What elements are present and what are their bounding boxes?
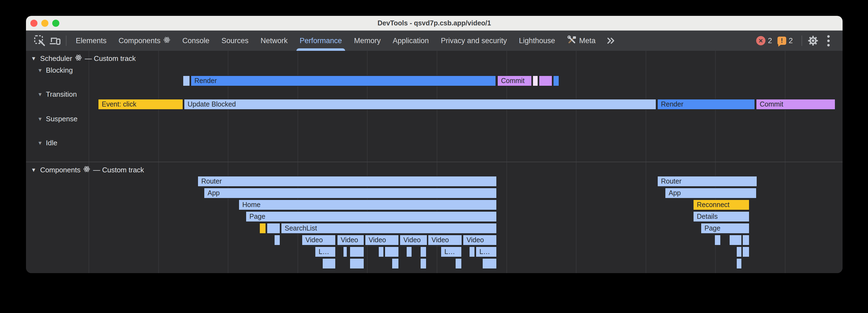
tab-components[interactable]: Components <box>113 31 176 51</box>
flame-bar-video[interactable]: Video <box>428 235 462 246</box>
collapse-triangle-icon[interactable]: ▼ <box>31 56 36 62</box>
warning-badge[interactable]: ! 2 <box>777 37 793 45</box>
flame-bar-video[interactable]: Video <box>302 235 336 246</box>
flame-bar[interactable] <box>384 246 399 257</box>
flame-bar-render[interactable]: Render <box>191 75 496 86</box>
flame-bar-l-[interactable]: L… <box>440 246 462 257</box>
flame-bar[interactable] <box>274 235 280 246</box>
flame-bar[interactable] <box>539 75 552 86</box>
flame-bar-event-click[interactable]: Event: click <box>98 99 183 110</box>
devtools-toolbar: Elements Components Console Sources Netw… <box>26 31 843 51</box>
error-badge[interactable]: × 2 <box>756 36 772 45</box>
flame-bar[interactable] <box>714 235 721 246</box>
flame-bar[interactable] <box>455 258 462 269</box>
track-header-scheduler[interactable]: ▼ Scheduler — Custom track <box>31 54 136 63</box>
flame-bar-router[interactable]: Router <box>197 176 497 187</box>
collapse-triangle-icon[interactable]: ▼ <box>37 140 43 146</box>
more-tabs-icon[interactable] <box>603 33 619 48</box>
flame-bar-app[interactable]: App <box>665 188 757 199</box>
flame-bar[interactable] <box>469 246 475 257</box>
tab-privacy-and-security[interactable]: Privacy and security <box>435 31 513 51</box>
tools-icon <box>567 35 577 46</box>
flame-bar[interactable] <box>349 246 364 257</box>
flame-bar-render[interactable]: Render <box>657 99 755 110</box>
collapse-triangle-icon[interactable]: ▼ <box>37 92 43 98</box>
warning-icon: ! <box>777 37 786 45</box>
flame-bar[interactable] <box>392 258 399 269</box>
flame-bar-video[interactable]: Video <box>365 235 399 246</box>
flame-bar[interactable] <box>420 246 427 257</box>
collapse-triangle-icon[interactable]: ▼ <box>31 167 36 173</box>
tab-console[interactable]: Console <box>176 31 216 51</box>
close-button[interactable] <box>30 20 37 27</box>
flame-bar[interactable] <box>322 258 336 269</box>
tab-memory[interactable]: Memory <box>348 31 387 51</box>
inspect-element-icon[interactable] <box>32 33 47 48</box>
flame-bar[interactable] <box>183 75 190 86</box>
group-suspense[interactable]: ▼ Suspense <box>37 115 78 123</box>
device-toolbar-icon[interactable] <box>47 33 63 48</box>
flame-bar-video[interactable]: Video <box>337 235 364 246</box>
flame-bar-page[interactable]: Page <box>701 223 750 234</box>
flame-bar[interactable] <box>736 258 742 269</box>
tab-sources[interactable]: Sources <box>216 31 255 51</box>
traffic-lights <box>30 20 59 27</box>
performance-flamechart[interactable]: ▼ Scheduler — Custom track ▼ Blocking ▼ … <box>26 51 843 273</box>
flame-bar[interactable] <box>420 258 427 269</box>
flame-bar[interactable] <box>343 246 347 257</box>
flame-bar-update-blocked[interactable]: Update Blocked <box>184 99 656 110</box>
flame-bar-router[interactable]: Router <box>657 176 757 187</box>
flame-bar[interactable] <box>267 223 280 234</box>
collapse-triangle-icon[interactable]: ▼ <box>37 67 43 73</box>
kebab-menu-icon[interactable] <box>821 33 836 48</box>
flame-bar-l-[interactable]: L… <box>475 246 497 257</box>
flame-bar[interactable] <box>532 75 538 86</box>
error-count: 2 <box>768 37 772 45</box>
flame-bar-commit[interactable]: Commit <box>756 99 835 110</box>
tab-network[interactable]: Network <box>255 31 294 51</box>
error-icon: × <box>756 36 766 45</box>
flame-bar[interactable] <box>553 75 559 86</box>
flame-bar[interactable] <box>736 246 742 257</box>
group-blocking[interactable]: ▼ Blocking <box>37 66 73 75</box>
flame-bar-searchlist[interactable]: SearchList <box>281 223 497 234</box>
group-transition[interactable]: ▼ Transition <box>37 90 77 99</box>
flame-bar-video[interactable]: Video <box>400 235 428 246</box>
react-atom-icon <box>75 54 82 63</box>
tab-elements[interactable]: Elements <box>70 31 113 51</box>
tab-performance[interactable]: Performance <box>294 31 348 51</box>
flame-bar[interactable] <box>729 235 742 246</box>
tab-application[interactable]: Application <box>387 31 435 51</box>
flame-bar-reconnect[interactable]: Reconnect <box>693 199 750 210</box>
flame-bar-details[interactable]: Details <box>693 211 750 222</box>
flame-bar[interactable] <box>259 223 266 234</box>
flame-bar[interactable] <box>742 246 750 257</box>
minimize-button[interactable] <box>41 20 49 27</box>
window-title: DevTools - qsvd7p.csb.app/video/1 <box>26 16 843 30</box>
devtools-window: DevTools - qsvd7p.csb.app/video/1 <box>26 16 843 273</box>
flame-bar-commit[interactable]: Commit <box>497 75 532 86</box>
group-idle[interactable]: ▼ Idle <box>37 139 57 147</box>
zoom-button[interactable] <box>52 20 59 27</box>
flame-bar-l-[interactable]: L… <box>315 246 336 257</box>
toolbar-divider <box>66 35 66 46</box>
flame-bar[interactable] <box>482 258 497 269</box>
desktop-background: DevTools - qsvd7p.csb.app/video/1 <box>0 0 868 313</box>
tab-meta[interactable]: Meta <box>561 31 602 51</box>
flame-bar[interactable] <box>378 246 384 257</box>
flame-bar-app[interactable]: App <box>204 188 497 199</box>
toolbar-divider <box>802 35 802 46</box>
flame-bar[interactable] <box>742 235 750 246</box>
track-separator <box>26 162 843 162</box>
track-header-components[interactable]: ▼ Components — Custom track <box>31 166 144 175</box>
flame-bar[interactable] <box>406 246 412 257</box>
tab-lighthouse[interactable]: Lighthouse <box>513 31 561 51</box>
window-titlebar: DevTools - qsvd7p.csb.app/video/1 <box>26 16 843 31</box>
react-atom-icon <box>163 36 170 45</box>
settings-gear-icon[interactable] <box>805 33 821 48</box>
collapse-triangle-icon[interactable]: ▼ <box>37 116 43 122</box>
flame-bar[interactable] <box>349 258 364 269</box>
flame-bar-video[interactable]: Video <box>463 235 497 246</box>
flame-bar-home[interactable]: Home <box>239 199 497 210</box>
flame-bar-page[interactable]: Page <box>246 211 497 222</box>
